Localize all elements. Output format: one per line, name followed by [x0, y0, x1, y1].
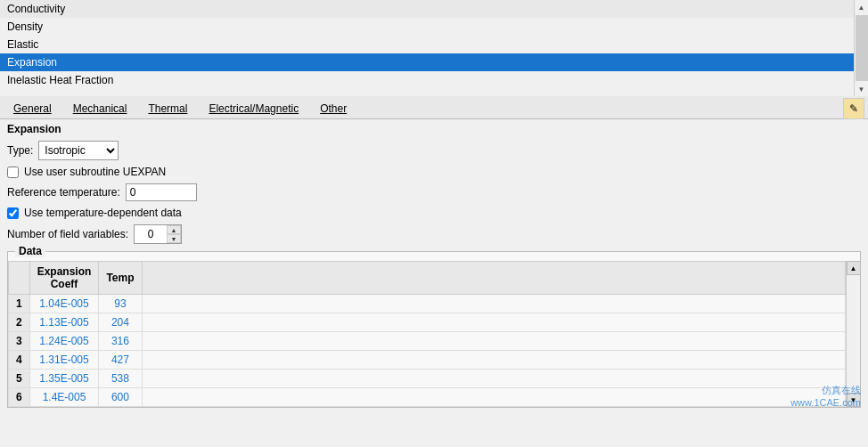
cell-rownum: 1 — [9, 295, 30, 313]
table-row[interactable]: 61.4E-005600 — [9, 388, 846, 407]
cell-expansion-coeff: 1.35E-005 — [29, 370, 99, 388]
num-field-vars-row: Number of field variables: ▲ ▼ — [7, 224, 861, 244]
tab-other[interactable]: Other — [310, 98, 356, 118]
cell-expansion-coeff: 1.31E-005 — [29, 351, 99, 370]
col-header-expansion: ExpansionCoeff — [29, 262, 99, 295]
spinbox-down-arrow[interactable]: ▼ — [167, 234, 181, 243]
cell-expansion-coeff: 1.13E-005 — [29, 313, 99, 332]
list-item-inelastic-heat[interactable]: Inelastic Heat Fraction — [0, 71, 854, 89]
table-row[interactable]: 51.35E-005538 — [9, 370, 846, 388]
cell-empty — [142, 370, 846, 388]
data-table-scrollbar[interactable]: ▲ ▼ — [846, 261, 860, 407]
edit-pencil-button[interactable]: ✎ — [843, 98, 864, 119]
data-table: ExpansionCoeff Temp 11.04E-0059321.13E-0… — [8, 261, 846, 407]
cell-temp: 600 — [99, 388, 142, 407]
type-label: Type: — [7, 144, 33, 157]
spinbox-arrows: ▲ ▼ — [167, 225, 181, 243]
cell-rownum: 2 — [9, 313, 30, 332]
num-field-vars-label: Number of field variables: — [7, 228, 128, 240]
cell-rownum: 3 — [9, 332, 30, 351]
cell-empty — [142, 332, 846, 351]
cell-temp: 427 — [99, 351, 142, 370]
num-field-vars-input[interactable] — [135, 226, 167, 242]
list-item-density[interactable]: Density — [0, 18, 854, 36]
scroll-down-arrow[interactable]: ▼ — [855, 82, 869, 96]
cell-empty — [142, 388, 846, 407]
cell-empty — [142, 351, 846, 370]
use-subroutine-checkbox[interactable] — [7, 167, 19, 178]
list-item-elastic[interactable]: Elastic — [0, 36, 854, 53]
cell-empty — [142, 313, 846, 332]
use-temp-dependent-checkbox[interactable] — [7, 207, 19, 219]
tab-thermal[interactable]: Thermal — [138, 98, 197, 118]
table-row[interactable]: 11.04E-00593 — [9, 295, 846, 313]
table-scroll-up[interactable]: ▲ — [847, 261, 861, 275]
cell-expansion-coeff: 1.4E-005 — [29, 388, 99, 407]
top-list-scrollbar[interactable]: ▲ ▼ — [854, 0, 868, 96]
cell-temp: 538 — [99, 370, 142, 388]
table-row[interactable]: 41.31E-005427 — [9, 351, 846, 370]
cell-rownum: 6 — [9, 388, 30, 407]
use-temp-dependent-row: Use temperature-dependent data — [7, 207, 861, 219]
col-header-temp: Temp — [99, 262, 142, 295]
ref-temp-row: Reference temperature: — [7, 183, 861, 201]
scroll-up-arrow[interactable]: ▲ — [855, 0, 869, 14]
data-table-inner: ExpansionCoeff Temp 11.04E-0059321.13E-0… — [8, 261, 846, 407]
data-section: Data ExpansionCoeff Temp 11.04E-0059321.… — [7, 251, 861, 408]
num-field-vars-spinbox[interactable]: ▲ ▼ — [134, 224, 182, 244]
col-header-empty — [142, 262, 846, 295]
cell-empty — [142, 295, 846, 313]
cell-rownum: 4 — [9, 351, 30, 370]
table-scroll-down[interactable]: ▼ — [847, 393, 861, 407]
data-section-label: Data — [15, 245, 45, 257]
table-row[interactable]: 21.13E-005204 — [9, 313, 846, 332]
cell-temp: 93 — [99, 295, 142, 313]
section-title: Expansion — [7, 123, 861, 135]
ref-temp-input[interactable] — [126, 183, 197, 201]
top-property-list: Conductivity Density Elastic Expansion I… — [0, 0, 868, 96]
list-item-expansion[interactable]: Expansion — [0, 53, 854, 71]
scroll-thumb[interactable] — [856, 15, 868, 81]
cell-expansion-coeff: 1.04E-005 — [29, 295, 99, 313]
tab-bar: General Mechanical Thermal Electrical/Ma… — [0, 96, 868, 119]
cell-temp: 316 — [99, 332, 142, 351]
col-header-rownum — [9, 262, 30, 295]
use-subroutine-row: Use user subroutine UEXPAN — [7, 166, 861, 178]
use-subroutine-label: Use user subroutine UEXPAN — [24, 166, 166, 178]
cell-rownum: 5 — [9, 370, 30, 388]
tab-general[interactable]: General — [4, 98, 61, 118]
property-list-items: Conductivity Density Elastic Expansion I… — [0, 0, 868, 89]
table-row[interactable]: 31.24E-005316 — [9, 332, 846, 351]
spinbox-up-arrow[interactable]: ▲ — [167, 225, 181, 234]
type-row: Type: Isotropic Orthotropic Anisotropic — [7, 141, 861, 160]
tab-mechanical[interactable]: Mechanical — [63, 98, 137, 118]
cell-expansion-coeff: 1.24E-005 — [29, 332, 99, 351]
cell-temp: 204 — [99, 313, 142, 332]
ref-temp-label: Reference temperature: — [7, 186, 120, 199]
list-item-conductivity[interactable]: Conductivity — [0, 0, 854, 18]
main-content: 1CAE.COM Expansion Type: Isotropic Ortho… — [0, 119, 868, 411]
tab-electrical-magnetic[interactable]: Electrical/Magnetic — [199, 98, 308, 118]
use-temp-dependent-label: Use temperature-dependent data — [24, 207, 182, 219]
type-select[interactable]: Isotropic Orthotropic Anisotropic — [38, 141, 119, 160]
data-table-scroll-area: ExpansionCoeff Temp 11.04E-0059321.13E-0… — [8, 261, 860, 407]
